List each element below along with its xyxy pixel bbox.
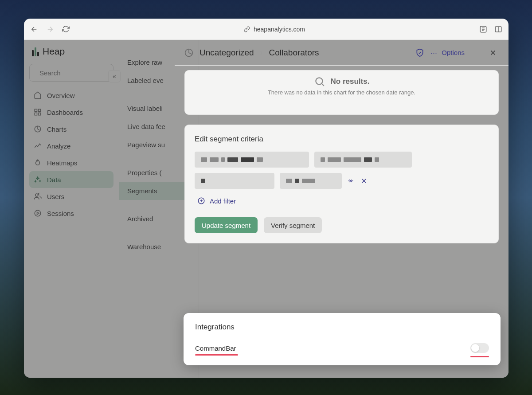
integration-row-commandbar: CommandBar (195, 343, 489, 353)
plus-circle-icon (197, 197, 205, 205)
dots-icon: ⋯ (430, 49, 437, 57)
segment-icon (184, 48, 193, 57)
search-icon (314, 76, 325, 87)
split-view-icon[interactable] (494, 25, 502, 33)
add-filter-button[interactable]: Add filter (195, 194, 489, 207)
segment-criteria-title: Edit segment criteria (195, 135, 489, 144)
breadcrumb-segment: Collaborators (269, 48, 319, 58)
url-bar[interactable]: heapanalytics.com (78, 26, 471, 33)
remove-filter-icon[interactable] (360, 177, 368, 184)
filter-pill[interactable] (195, 173, 274, 189)
reload-button[interactable] (62, 25, 70, 33)
browser-window: heapanalytics.com Heap (24, 19, 509, 378)
filter-pill[interactable] (280, 173, 342, 189)
toggle-knob (471, 344, 479, 352)
integrations-card: Integrations CommandBar (184, 313, 501, 365)
integrations-title: Integrations (195, 323, 489, 332)
verify-segment-button[interactable]: Verify segment (264, 217, 322, 233)
highlight-underline (470, 356, 489, 357)
integration-name: CommandBar (195, 344, 236, 352)
filter-pill[interactable] (314, 152, 412, 168)
no-results-title: No results. (331, 77, 370, 86)
no-results: No results. There was no data in this ch… (194, 75, 489, 97)
close-button[interactable] (479, 47, 499, 59)
browser-toolbar: heapanalytics.com (24, 19, 509, 40)
svg-point-11 (316, 78, 322, 84)
no-results-subtitle: There was no data in this chart for the … (268, 89, 415, 96)
filter-pill[interactable] (195, 152, 309, 168)
detail-header: Uncategorized › Collaborators ⋯ Options (175, 40, 509, 66)
link-icon (244, 26, 250, 32)
chart-card: No results. There was no data in this ch… (184, 70, 499, 115)
segment-criteria-card: Edit segment criteria (184, 125, 499, 243)
shield-icon[interactable] (415, 48, 424, 57)
commandbar-toggle[interactable] (470, 343, 489, 353)
url-text: heapanalytics.com (254, 26, 305, 33)
highlight-underline (195, 354, 238, 356)
reader-icon[interactable] (479, 25, 487, 33)
breadcrumb-category[interactable]: Uncategorized (200, 48, 254, 58)
forward-button[interactable] (46, 25, 54, 33)
options-menu[interactable]: ⋯ Options (430, 49, 465, 57)
detail-content: No results. There was no data in this ch… (175, 66, 509, 264)
chevron-right-icon: › (260, 48, 263, 57)
link-filter-icon[interactable] (347, 177, 354, 184)
back-button[interactable] (30, 25, 38, 33)
options-label: Options (442, 49, 465, 56)
detail-panel: Uncategorized › Collaborators ⋯ Options … (175, 40, 509, 378)
update-segment-button[interactable]: Update segment (195, 217, 258, 233)
add-filter-label: Add filter (210, 197, 236, 205)
